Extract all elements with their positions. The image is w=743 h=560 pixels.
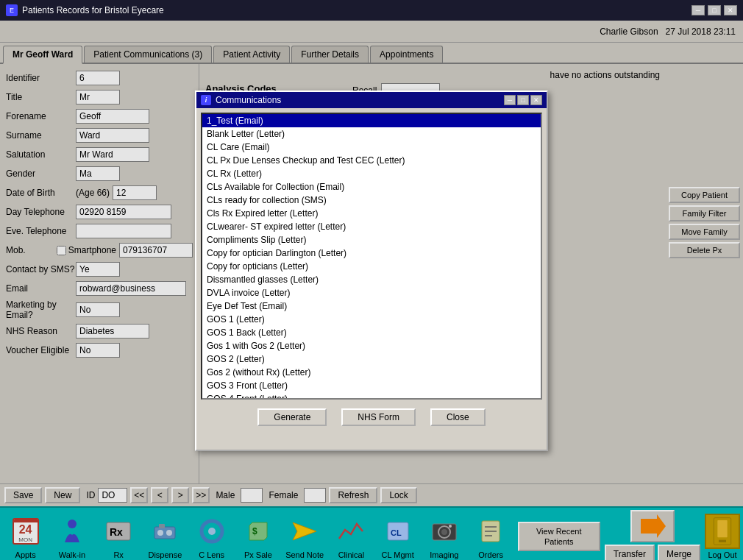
modal-list: 1_Test (Email)Blank Letter (Letter)CL Ca… [202, 114, 541, 400]
modal-title: Communications [216, 95, 281, 105]
main-window: Charlie Gibson 27 Jul 2018 23:11 Mr Geof… [0, 21, 743, 560]
modal-list-item[interactable]: CLwearer- ST expired letter (Letter) [202, 220, 541, 233]
app-title: Patients Records for Bristol Eyecare [22, 5, 164, 15]
modal-close-footer-button[interactable]: Close [430, 408, 486, 426]
modal-list-item[interactable]: GOS 1 (Letter) [202, 313, 541, 326]
nhs-form-button[interactable]: NHS Form [341, 408, 416, 426]
maximize-button[interactable]: □ [708, 5, 721, 15]
modal-list-item[interactable]: Blank Letter (Letter) [202, 127, 541, 141]
modal-list-item[interactable]: DVLA invoice (Letter) [202, 286, 541, 300]
modal-title-bar: i Communications ─ □ ✕ [196, 92, 547, 108]
modal-list-item[interactable]: GOS 4 Front (Letter) [202, 392, 541, 400]
modal-list-item[interactable]: CL Rx (Letter) [202, 167, 541, 180]
modal-close-button[interactable]: ✕ [530, 95, 542, 105]
modal-list-item[interactable]: GOS 3 Front (Letter) [202, 379, 541, 392]
close-button[interactable]: ✕ [724, 5, 737, 15]
modal-list-item[interactable]: CLs ready for collection (SMS) [202, 194, 541, 207]
modal-list-item[interactable]: Cls Rx Expired letter (Letter) [202, 207, 541, 220]
modal-list-item[interactable]: Compliments Slip (Letter) [202, 233, 541, 247]
modal-list-item[interactable]: GOS 2 (Letter) [202, 352, 541, 366]
communications-modal: i Communications ─ □ ✕ 1_Test (Email)Bla… [195, 91, 548, 451]
modal-list-item[interactable]: GOS 1 Back (Letter) [202, 326, 541, 339]
modal-icon: i [201, 95, 211, 105]
modal-maximize-button[interactable]: □ [517, 95, 529, 105]
modal-list-item[interactable]: CL Px Due Lenses Checkup and Test CEC (L… [202, 154, 541, 167]
modal-list-item[interactable]: Dissmantled glasses (Letter) [202, 273, 541, 286]
modal-list-item[interactable]: Eye Def Test (Email) [202, 300, 541, 313]
modal-list-item[interactable]: CLs Available for Collection (Email) [202, 180, 541, 194]
modal-overlay: i Communications ─ □ ✕ 1_Test (Email)Bla… [0, 21, 743, 560]
generate-button[interactable]: Generate [257, 408, 327, 426]
modal-footer: Generate NHS Form Close [196, 404, 547, 430]
modal-list-container[interactable]: 1_Test (Email)Blank Letter (Letter)CL Ca… [201, 113, 542, 400]
title-bar: E Patients Records for Bristol Eyecare ─… [0, 0, 743, 21]
app-icon: E [6, 4, 18, 16]
modal-list-item[interactable]: Gos 2 (without Rx) (Letter) [202, 366, 541, 379]
modal-list-item[interactable]: Gos 1 with Gos 2 (Letter) [202, 339, 541, 352]
minimize-button[interactable]: ─ [692, 5, 705, 15]
modal-list-item[interactable]: Copy for opticians (Letter) [202, 260, 541, 273]
modal-minimize-button[interactable]: ─ [504, 95, 516, 105]
modal-list-item[interactable]: 1_Test (Email) [202, 114, 541, 127]
modal-list-item[interactable]: CL Care (Email) [202, 141, 541, 154]
modal-list-item[interactable]: Copy for optician Darlington (Letter) [202, 247, 541, 260]
